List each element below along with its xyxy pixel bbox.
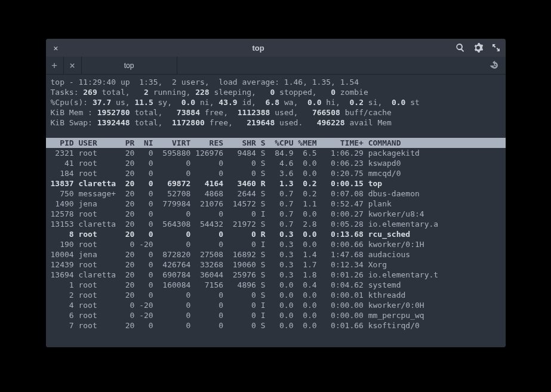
process-row: 13694 claretta 20 0 690784 36044 25976 S… <box>51 270 439 279</box>
tab-label: top <box>124 61 134 70</box>
cpu-ni: 0.0 <box>181 98 195 107</box>
process-row: 184 root 20 0 0 0 0 S 3.6 0.0 0:20.75 mm… <box>51 169 401 178</box>
cpu-si: 0.2 <box>350 98 364 107</box>
process-row: 41 root 20 0 0 0 0 S 4.6 0.0 0:06.23 ksw… <box>51 159 401 168</box>
mem-used: 1112388 <box>238 108 270 117</box>
process-row: 2 root 20 0 0 0 0 S 0.0 0.0 0:00.01 kthr… <box>51 291 406 300</box>
process-row: 190 root 0 -20 0 0 0 I 0.3 0.0 0:00.66 k… <box>51 240 424 249</box>
tab-spacer <box>177 57 484 74</box>
tasks-running: 2 <box>144 88 149 97</box>
process-row: 13153 claretta 20 0 564308 54432 21972 S… <box>51 220 439 229</box>
swap-total: 1392448 <box>97 118 130 127</box>
cpu-sy: 11.5 <box>134 98 153 107</box>
mem-total: 1952780 <box>97 108 130 117</box>
settings-button[interactable] <box>473 43 483 53</box>
process-row: 6 root 0 -20 0 0 0 I 0.0 0.0 0:00.00 mm_… <box>51 311 424 320</box>
mem-buff: 766508 <box>312 108 340 117</box>
cpu-st: 0.0 <box>392 98 405 107</box>
swap-free: 1172800 <box>172 118 205 127</box>
history-icon <box>490 61 499 70</box>
process-row: 8 root 20 0 0 0 0 R 0.3 0.0 0:13.68 rcu_… <box>51 230 411 239</box>
process-row: 1490 jena 20 0 779984 21076 14572 S 0.7 … <box>51 199 392 208</box>
close-button[interactable]: ✕ <box>51 42 61 53</box>
maximize-icon <box>491 43 501 53</box>
summary-line-1: top - 11:29:40 up 1:35, 2 users, load av… <box>51 78 359 87</box>
cpu-label: %Cpu(s): <box>51 98 93 107</box>
new-tab-button[interactable]: + <box>46 57 64 74</box>
tasks-sleeping: 228 <box>195 88 209 97</box>
process-row: 7 root 20 0 0 0 0 S 0.0 0.0 0:01.66 ksof… <box>51 321 420 330</box>
swap-label: KiB Swap: <box>51 118 97 127</box>
process-row: 1 root 20 0 160084 7156 4896 S 0.0 0.4 0… <box>51 280 401 289</box>
terminal-output[interactable]: top - 11:29:40 up 1:35, 2 users, load av… <box>46 75 506 347</box>
gear-icon <box>473 43 483 53</box>
window-title: top <box>61 44 455 53</box>
process-row: 750 message+ 20 0 52708 4868 2644 S 0.7 … <box>51 189 420 198</box>
search-icon <box>455 43 465 53</box>
plus-icon: + <box>51 60 57 71</box>
cpu-hi: 0.0 <box>307 98 321 107</box>
tab-top[interactable]: top <box>82 57 177 74</box>
close-icon: × <box>69 60 75 71</box>
cpu-id: 43.9 <box>218 98 237 107</box>
mem-label: KiB Mem : <box>51 108 97 117</box>
cpu-wa: 6.8 <box>266 98 279 107</box>
mem-free: 73884 <box>177 108 200 117</box>
process-row: 4 root 0 -20 0 0 0 I 0.0 0.0 0:00.00 kwo… <box>51 301 424 310</box>
process-row: 12578 root 20 0 0 0 0 I 0.7 0.0 0:00.27 … <box>51 209 424 218</box>
tab-close-button[interactable]: × <box>64 57 82 74</box>
process-row: 13837 claretta 20 0 69872 4164 3460 R 1.… <box>51 179 383 188</box>
process-header: PID USER PR NI VIRT RES SHR S %CPU %MEM … <box>46 138 506 148</box>
tasks-label: Tasks: <box>51 88 84 97</box>
cpu-us: 37.7 <box>93 98 111 107</box>
process-list: 2321 root 20 0 595880 126976 9484 S 84.9… <box>51 149 439 330</box>
process-row: 10004 jena 20 0 872820 27508 16892 S 0.3… <box>51 250 411 259</box>
search-button[interactable] <box>455 43 465 53</box>
tasks-total: 269 <box>83 88 97 97</box>
swap-avail: 496228 <box>317 118 345 127</box>
swap-used: 219648 <box>247 118 275 127</box>
tab-bar: + × top <box>46 57 506 75</box>
process-row: 2321 root 20 0 595880 126976 9484 S 84.9… <box>51 149 420 158</box>
titlebar: ✕ top <box>46 39 506 57</box>
history-button[interactable] <box>484 57 506 74</box>
terminal-window: ✕ top + × top top - 11:29:40 <box>46 39 506 347</box>
close-icon: ✕ <box>54 44 59 53</box>
process-row: 12439 root 20 0 426764 33268 19060 S 0.3… <box>51 260 387 269</box>
maximize-button[interactable] <box>491 43 501 53</box>
tasks-zombie: 0 <box>331 88 335 97</box>
